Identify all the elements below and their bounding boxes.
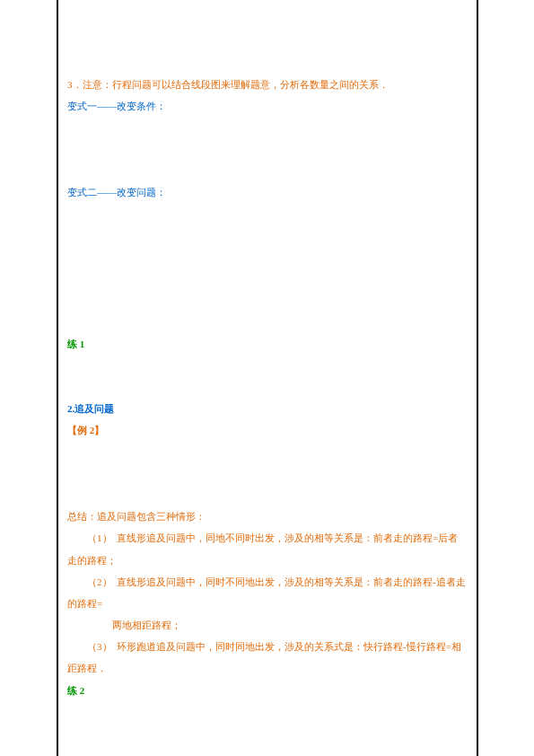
item2-num: （2） — [87, 576, 112, 587]
item3-text: 环形跑道追及问题中，同时同地出发，涉及的关系式是：快行路程-慢行路程=相距路程． — [67, 641, 461, 673]
summary-item-3: （3） 环形跑道追及问题中，同时同地出发，涉及的关系式是：快行路程-慢行路程=相… — [67, 636, 468, 679]
document-content: 3．注意：行程问题可以结合线段图来理解题意，分析各数量之间的关系． 变式一——改… — [67, 74, 468, 756]
practice-2-label: 练 2 — [67, 680, 468, 701]
practice-1-label: 练 1 — [67, 333, 468, 355]
variant-2-title: 变式二——改变问题： — [67, 181, 468, 203]
item1-num: （1） — [87, 532, 112, 543]
summary-item-1: （1） 直线形追及问题中，同地不同时出发，涉及的相等关系是：前者走的路程=后者走… — [67, 527, 468, 570]
item2-text: 直线形追及问题中，同时不同地出发，涉及的相等关系是：前者走的路程-追者走的路程= — [67, 576, 466, 609]
example-2-label: 【例 2】 — [67, 419, 468, 441]
item1-text: 直线形追及问题中，同地不同时出发，涉及的相等关系是：前者走的路程=后者走的路程； — [67, 532, 458, 565]
item3-num: （3） — [87, 641, 112, 652]
summary-heading: 总结：追及问题包含三种情形： — [67, 505, 468, 527]
note-line-3: 3．注意：行程问题可以结合线段图来理解题意，分析各数量之间的关系． — [67, 74, 468, 95]
summary-item-2: （2） 直线形追及问题中，同时不同地出发，涉及的相等关系是：前者走的路程-追者走… — [67, 571, 468, 614]
variant-1-title: 变式一——改变条件： — [67, 95, 468, 117]
section-2-title: 2.追及问题 — [67, 398, 468, 419]
summary-item-2b: 两地相距路程； — [67, 614, 468, 636]
